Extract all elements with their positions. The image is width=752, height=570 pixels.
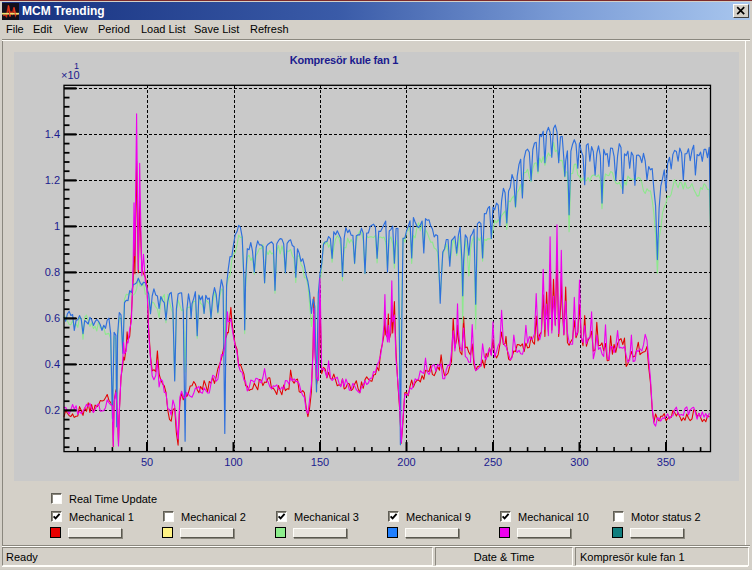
svg-text:100: 100 [224, 456, 242, 468]
svg-text:0.4: 0.4 [45, 358, 60, 370]
svg-text:1.4: 1.4 [45, 128, 60, 140]
svg-text:50: 50 [141, 456, 153, 468]
svg-text:0.8: 0.8 [45, 266, 60, 278]
svg-text:1: 1 [54, 220, 60, 232]
svg-text:250: 250 [484, 456, 502, 468]
svg-text:300: 300 [570, 456, 588, 468]
svg-text:1.2: 1.2 [45, 174, 60, 186]
svg-text:Kompresör kule fan 1: Kompresör kule fan 1 [290, 54, 399, 66]
svg-text:350: 350 [657, 456, 675, 468]
svg-text:200: 200 [397, 456, 415, 468]
svg-text:0.2: 0.2 [45, 404, 60, 416]
svg-text:150: 150 [311, 456, 329, 468]
svg-text:0.6: 0.6 [45, 312, 60, 324]
svg-text:1: 1 [74, 61, 79, 71]
